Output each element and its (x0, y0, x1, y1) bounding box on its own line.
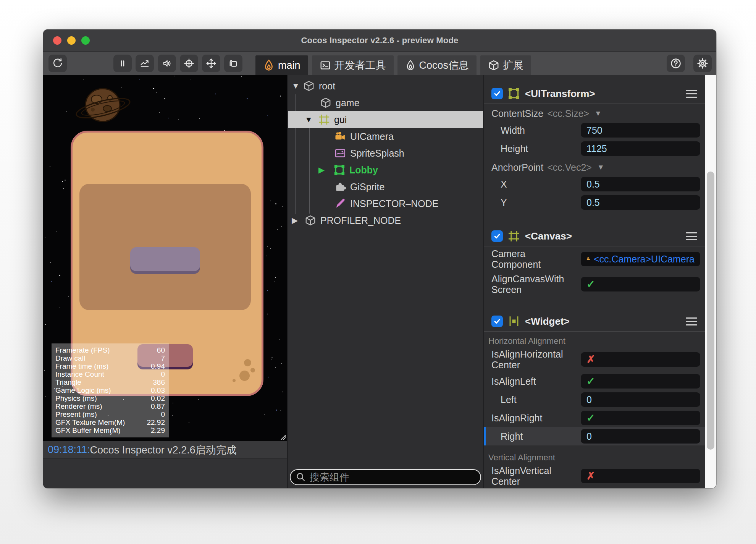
tree-node-uicamera[interactable]: UICamera (288, 128, 483, 145)
status-message: Cocos Inspector v2.2.6启动完成 (90, 443, 237, 457)
star (276, 410, 277, 411)
crosshair-icon (183, 58, 195, 69)
component-menu-button[interactable] (686, 317, 697, 325)
tree-node-lobby[interactable]: ▶ Lobby (288, 162, 483, 178)
uitransform-enabled-checkbox[interactable] (491, 88, 503, 99)
pause-button[interactable] (113, 55, 132, 72)
left-value-row: Left 0 (484, 390, 705, 409)
collapse-arrow-icon[interactable]: ▼ (305, 115, 313, 124)
ui-frame-icon (334, 164, 345, 176)
star (164, 98, 165, 99)
tab-extensions[interactable]: 扩展 (480, 55, 531, 75)
anchor-x-input[interactable]: 0.5 (581, 177, 700, 191)
star (172, 415, 173, 416)
tree-node-spritesplash[interactable]: SpriteSplash (288, 145, 483, 162)
search-icon (296, 472, 306, 482)
uitransform-icon (508, 87, 520, 100)
camera-reference-link[interactable]: <cc.Camera>UICamera (581, 252, 700, 266)
game-button-purple[interactable] (130, 247, 200, 271)
search-input[interactable] (310, 471, 475, 483)
expand-arrow-icon[interactable]: ▶ (292, 216, 298, 225)
widget-icon (508, 315, 520, 327)
star (50, 262, 51, 263)
left-input[interactable]: 0 (581, 392, 700, 407)
right-input[interactable]: 0 (581, 429, 700, 444)
target-button[interactable] (180, 55, 198, 72)
settings-button[interactable] (693, 55, 712, 72)
tree-node-profiler-node[interactable]: ▶ PROFILER_NODE (288, 212, 483, 229)
tab-main[interactable]: main (255, 55, 308, 75)
pause-icon (117, 58, 128, 69)
window-scrollbar[interactable] (705, 75, 716, 488)
bubble-decoration (233, 379, 236, 382)
bubble-decoration (244, 359, 251, 366)
tree-node-gisprite[interactable]: GiSprite (288, 178, 483, 195)
camera-component-row: CameraComponent <cc.Camera>UICamera (484, 246, 705, 272)
component-search[interactable] (290, 469, 481, 485)
minimize-button[interactable] (67, 36, 76, 45)
height-row: Height 1125 (484, 139, 705, 158)
expand-arrow-icon[interactable]: ▶ (318, 165, 325, 175)
is-align-left-toggle[interactable]: ✓ (581, 374, 700, 389)
star (267, 115, 268, 116)
star (45, 237, 45, 238)
cross-icon: ✗ (586, 470, 595, 482)
close-button[interactable] (53, 36, 61, 45)
anchor-x-row: X 0.5 (484, 175, 705, 193)
anchorpoint-group-row[interactable]: AnchorPoint <cc.Vec2> ▼ (484, 158, 705, 175)
is-align-horizontal-center-toggle[interactable]: ✗ (581, 352, 700, 367)
chevron-down-icon[interactable]: ▼ (594, 109, 602, 118)
tree-node-game[interactable]: game (288, 94, 483, 111)
move-button[interactable] (202, 55, 220, 72)
tree-node-inspector-node[interactable]: INSPECTOR–NODE (288, 195, 483, 212)
collapse-arrow-icon[interactable]: ▼ (292, 81, 300, 91)
star (174, 76, 174, 76)
scrollbar-thumb[interactable] (707, 172, 714, 450)
right-value-row: Right 0 (484, 427, 705, 445)
star (277, 229, 278, 230)
audio-button[interactable] (158, 55, 176, 72)
is-align-right-row: IsAlignRight ✓ (484, 409, 705, 427)
refresh-button[interactable] (48, 55, 67, 72)
is-align-vertical-center-toggle[interactable]: ✗ (581, 469, 700, 483)
stats-chart-button[interactable] (136, 55, 154, 72)
tree-node-gui[interactable]: ▼ gui (288, 111, 483, 128)
is-align-vertical-center-row: IsAlignVerticalCenter ✗ (484, 463, 705, 488)
is-align-right-toggle[interactable]: ✓ (581, 411, 700, 425)
component-menu-button[interactable] (686, 232, 697, 240)
component-menu-button[interactable] (686, 90, 697, 98)
zoom-button[interactable] (81, 36, 90, 45)
game-preview-panel: Framerate (FPS)60 Draw call7 Frame time … (43, 75, 288, 488)
app-window: Cocos Inspector v2.2.6 - preview Mode (43, 29, 716, 488)
height-input[interactable]: 1125 (581, 141, 700, 156)
star (56, 231, 57, 232)
star (270, 201, 271, 201)
align-canvas-toggle[interactable]: ✓ (581, 277, 700, 291)
tab-label: 扩展 (503, 58, 523, 72)
game-viewport[interactable]: Framerate (FPS)60 Draw call7 Frame time … (43, 75, 287, 441)
contentsize-group-row[interactable]: ContentSize <cc.Size> ▼ (484, 104, 705, 121)
is-align-horizontal-center-row: IsAlignHorizontalCenter ✗ (484, 347, 705, 372)
star (275, 277, 276, 278)
tab-cocos-info[interactable]: Cocos信息 (397, 55, 477, 75)
clone-button[interactable] (224, 55, 242, 72)
canvas-enabled-checkbox[interactable] (491, 230, 503, 242)
help-button[interactable] (667, 55, 685, 72)
resize-grip-icon[interactable] (279, 433, 286, 440)
star (241, 76, 242, 77)
refresh-icon (52, 58, 63, 69)
tab-devtools[interactable]: 开发者工具 (312, 55, 394, 75)
fps-stats-overlay: Framerate (FPS)60 Draw call7 Frame time … (52, 343, 169, 437)
flame-icon (263, 59, 275, 71)
star (159, 112, 160, 113)
chevron-down-icon[interactable]: ▼ (597, 163, 604, 172)
node-cube-icon (303, 80, 315, 92)
anchor-y-input[interactable]: 0.5 (581, 195, 700, 210)
tree-node-root[interactable]: ▼ root (288, 78, 483, 94)
inspector-panel: <UITransform> ContentSize <cc.Size> ▼ Wi… (484, 75, 705, 488)
widget-enabled-checkbox[interactable] (491, 316, 503, 327)
star (66, 111, 67, 112)
widget-header: <Widget> (484, 312, 705, 331)
width-input[interactable]: 750 (581, 123, 700, 138)
star (267, 314, 268, 314)
